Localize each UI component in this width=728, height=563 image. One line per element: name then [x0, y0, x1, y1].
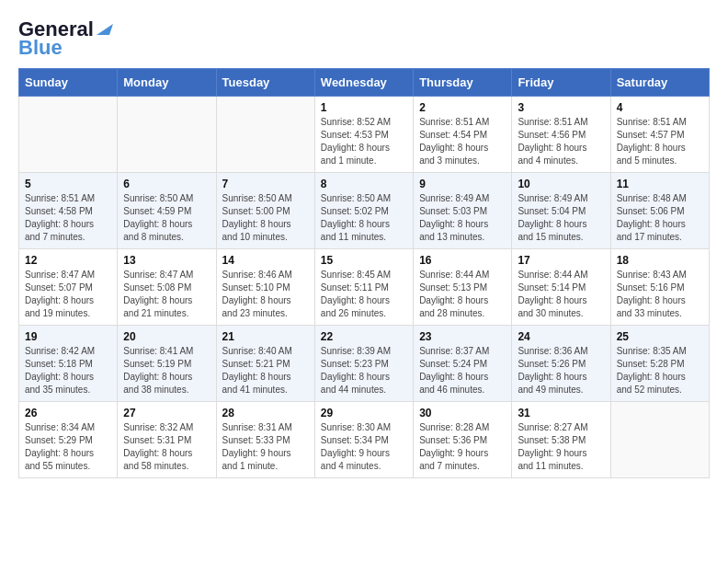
day-number: 2 [419, 101, 506, 114]
svg-marker-0 [97, 24, 113, 35]
calendar-cell: 10Sunrise: 8:49 AM Sunset: 5:04 PM Dayli… [512, 173, 610, 249]
day-info: Sunrise: 8:50 AM Sunset: 5:02 PM Dayligh… [321, 192, 407, 244]
day-info: Sunrise: 8:45 AM Sunset: 5:11 PM Dayligh… [321, 269, 407, 320]
column-header-monday: Monday [118, 69, 216, 97]
calendar-cell [118, 97, 216, 173]
day-info: Sunrise: 8:48 AM Sunset: 5:06 PM Dayligh… [617, 192, 703, 244]
calendar-cell: 1Sunrise: 8:52 AM Sunset: 4:53 PM Daylig… [314, 97, 413, 173]
day-number: 30 [419, 407, 506, 419]
calendar-cell: 11Sunrise: 8:48 AM Sunset: 5:06 PM Dayli… [610, 173, 709, 249]
day-info: Sunrise: 8:34 AM Sunset: 5:29 PM Dayligh… [25, 421, 111, 473]
calendar-cell: 17Sunrise: 8:44 AM Sunset: 5:14 PM Dayli… [512, 249, 610, 326]
calendar-cell: 14Sunrise: 8:46 AM Sunset: 5:10 PM Dayli… [216, 249, 314, 326]
calendar-cell [216, 97, 314, 173]
calendar-cell: 4Sunrise: 8:51 AM Sunset: 4:57 PM Daylig… [610, 97, 709, 173]
day-info: Sunrise: 8:46 AM Sunset: 5:10 PM Dayligh… [222, 269, 309, 320]
calendar-cell: 29Sunrise: 8:30 AM Sunset: 5:34 PM Dayli… [314, 402, 413, 478]
day-info: Sunrise: 8:51 AM Sunset: 4:56 PM Dayligh… [518, 116, 604, 167]
day-number: 1 [321, 101, 407, 114]
day-number: 7 [222, 178, 309, 190]
day-number: 4 [617, 101, 703, 114]
day-number: 3 [518, 101, 604, 114]
day-number: 10 [518, 178, 604, 190]
day-number: 18 [617, 254, 703, 267]
day-number: 6 [123, 178, 210, 190]
day-number: 11 [617, 178, 703, 190]
day-number: 12 [25, 254, 111, 267]
day-info: Sunrise: 8:44 AM Sunset: 5:14 PM Dayligh… [518, 269, 604, 320]
column-header-friday: Friday [512, 69, 610, 97]
calendar-cell: 19Sunrise: 8:42 AM Sunset: 5:18 PM Dayli… [19, 326, 118, 402]
day-number: 29 [321, 407, 407, 419]
day-number: 21 [222, 330, 309, 343]
day-info: Sunrise: 8:47 AM Sunset: 5:07 PM Dayligh… [25, 269, 111, 320]
day-info: Sunrise: 8:49 AM Sunset: 5:04 PM Dayligh… [518, 192, 604, 244]
day-number: 28 [222, 407, 309, 419]
calendar-cell: 22Sunrise: 8:39 AM Sunset: 5:23 PM Dayli… [314, 326, 413, 402]
day-number: 19 [25, 330, 111, 343]
day-number: 26 [25, 407, 111, 419]
calendar-cell: 24Sunrise: 8:36 AM Sunset: 5:26 PM Dayli… [512, 326, 610, 402]
column-header-tuesday: Tuesday [216, 69, 314, 97]
calendar-week-3: 12Sunrise: 8:47 AM Sunset: 5:07 PM Dayli… [19, 249, 710, 326]
calendar-cell: 12Sunrise: 8:47 AM Sunset: 5:07 PM Dayli… [19, 249, 118, 326]
day-info: Sunrise: 8:52 AM Sunset: 4:53 PM Dayligh… [321, 116, 407, 167]
calendar-cell: 6Sunrise: 8:50 AM Sunset: 4:59 PM Daylig… [118, 173, 216, 249]
day-info: Sunrise: 8:43 AM Sunset: 5:16 PM Dayligh… [617, 269, 703, 320]
calendar-header-row: SundayMondayTuesdayWednesdayThursdayFrid… [19, 69, 710, 97]
day-info: Sunrise: 8:39 AM Sunset: 5:23 PM Dayligh… [321, 345, 407, 396]
logo: General Blue [18, 18, 113, 59]
calendar-cell: 31Sunrise: 8:27 AM Sunset: 5:38 PM Dayli… [512, 402, 610, 478]
day-info: Sunrise: 8:31 AM Sunset: 5:33 PM Dayligh… [222, 421, 309, 473]
calendar-cell: 28Sunrise: 8:31 AM Sunset: 5:33 PM Dayli… [216, 402, 314, 478]
column-header-wednesday: Wednesday [314, 69, 413, 97]
day-number: 8 [321, 178, 407, 190]
day-number: 24 [518, 330, 604, 343]
calendar-cell [19, 97, 118, 173]
day-number: 23 [419, 330, 506, 343]
day-info: Sunrise: 8:37 AM Sunset: 5:24 PM Dayligh… [419, 345, 506, 396]
calendar-cell: 21Sunrise: 8:40 AM Sunset: 5:21 PM Dayli… [216, 326, 314, 402]
day-info: Sunrise: 8:30 AM Sunset: 5:34 PM Dayligh… [321, 421, 407, 473]
calendar-table: SundayMondayTuesdayWednesdayThursdayFrid… [18, 68, 710, 478]
calendar-cell: 23Sunrise: 8:37 AM Sunset: 5:24 PM Dayli… [414, 326, 512, 402]
day-number: 31 [518, 407, 604, 419]
day-info: Sunrise: 8:35 AM Sunset: 5:28 PM Dayligh… [617, 345, 703, 396]
day-number: 20 [123, 330, 210, 343]
day-number: 16 [419, 254, 506, 267]
day-info: Sunrise: 8:41 AM Sunset: 5:19 PM Dayligh… [123, 345, 210, 396]
day-info: Sunrise: 8:51 AM Sunset: 4:54 PM Dayligh… [419, 116, 506, 167]
day-number: 9 [419, 178, 506, 190]
page-header: General Blue [18, 18, 710, 59]
day-info: Sunrise: 8:40 AM Sunset: 5:21 PM Dayligh… [222, 345, 309, 396]
calendar-week-4: 19Sunrise: 8:42 AM Sunset: 5:18 PM Dayli… [19, 326, 710, 402]
day-number: 15 [321, 254, 407, 267]
calendar-cell: 8Sunrise: 8:50 AM Sunset: 5:02 PM Daylig… [314, 173, 413, 249]
day-info: Sunrise: 8:51 AM Sunset: 4:58 PM Dayligh… [25, 192, 111, 244]
calendar-cell: 9Sunrise: 8:49 AM Sunset: 5:03 PM Daylig… [414, 173, 512, 249]
calendar-cell: 18Sunrise: 8:43 AM Sunset: 5:16 PM Dayli… [610, 249, 709, 326]
day-info: Sunrise: 8:36 AM Sunset: 5:26 PM Dayligh… [518, 345, 604, 396]
logo-bird-icon [97, 18, 113, 35]
calendar-cell: 2Sunrise: 8:51 AM Sunset: 4:54 PM Daylig… [414, 97, 512, 173]
day-info: Sunrise: 8:49 AM Sunset: 5:03 PM Dayligh… [419, 192, 506, 244]
calendar-week-5: 26Sunrise: 8:34 AM Sunset: 5:29 PM Dayli… [19, 402, 710, 478]
calendar-week-1: 1Sunrise: 8:52 AM Sunset: 4:53 PM Daylig… [19, 97, 710, 173]
calendar-cell: 20Sunrise: 8:41 AM Sunset: 5:19 PM Dayli… [118, 326, 216, 402]
calendar-cell: 27Sunrise: 8:32 AM Sunset: 5:31 PM Dayli… [118, 402, 216, 478]
day-info: Sunrise: 8:44 AM Sunset: 5:13 PM Dayligh… [419, 269, 506, 320]
calendar-cell [610, 402, 709, 478]
day-info: Sunrise: 8:42 AM Sunset: 5:18 PM Dayligh… [25, 345, 111, 396]
day-info: Sunrise: 8:28 AM Sunset: 5:36 PM Dayligh… [419, 421, 506, 473]
day-number: 25 [617, 330, 703, 343]
day-number: 13 [123, 254, 210, 267]
calendar-cell: 15Sunrise: 8:45 AM Sunset: 5:11 PM Dayli… [314, 249, 413, 326]
calendar-cell: 7Sunrise: 8:50 AM Sunset: 5:00 PM Daylig… [216, 173, 314, 249]
day-info: Sunrise: 8:27 AM Sunset: 5:38 PM Dayligh… [518, 421, 604, 473]
calendar-cell: 5Sunrise: 8:51 AM Sunset: 4:58 PM Daylig… [19, 173, 118, 249]
column-header-thursday: Thursday [414, 69, 512, 97]
day-number: 27 [123, 407, 210, 419]
day-info: Sunrise: 8:50 AM Sunset: 4:59 PM Dayligh… [123, 192, 210, 244]
calendar-cell: 16Sunrise: 8:44 AM Sunset: 5:13 PM Dayli… [414, 249, 512, 326]
column-header-sunday: Sunday [19, 69, 118, 97]
